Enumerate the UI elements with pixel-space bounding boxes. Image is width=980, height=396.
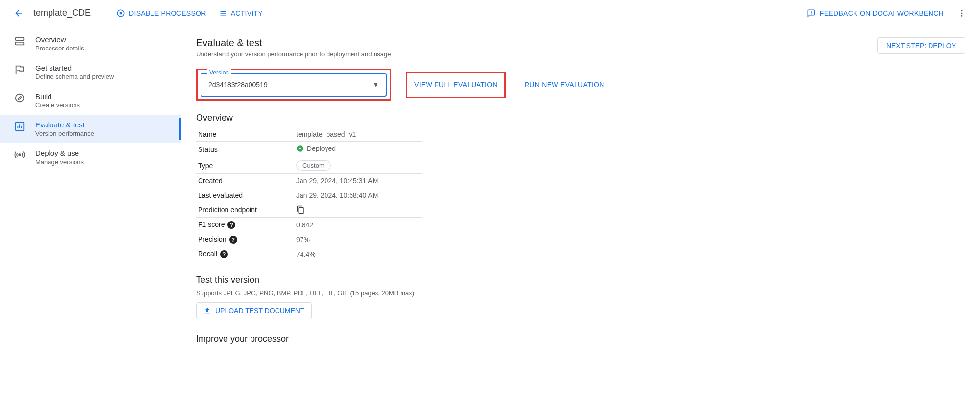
disable-processor-button[interactable]: DISABLE PROCESSOR	[110, 5, 212, 22]
version-highlight: Version 2d34183f28a00519 ▼	[196, 69, 391, 101]
name-label: Name	[196, 127, 294, 142]
check-circle-icon	[296, 145, 304, 152]
page-subtitle: Understand your version performance prio…	[196, 50, 391, 58]
chevron-down-icon: ▼	[372, 81, 379, 89]
broadcast-icon	[14, 149, 25, 161]
sidebar-item-build[interactable]: Build Create versions	[0, 86, 181, 115]
table-row: Prediction endpoint	[196, 202, 422, 218]
sidebar-item-label: Get started	[35, 64, 114, 72]
svg-rect-7	[16, 38, 24, 41]
flag-icon	[14, 64, 25, 75]
sidebar-item-label: Evaluate & test	[35, 121, 94, 129]
endpoint-label: Prediction endpoint	[196, 202, 294, 218]
upload-icon	[203, 307, 211, 315]
feedback-label: FEEDBACK ON DOCAI WORKBENCH	[820, 9, 944, 17]
sidebar-item-sub: Manage versions	[35, 158, 84, 166]
sidebar-item-sub: Version performance	[35, 130, 94, 137]
upload-test-document-button[interactable]: UPLOAD TEST DOCUMENT	[196, 302, 312, 319]
recall-value: 74.4%	[294, 247, 422, 262]
precision-value: 97%	[294, 232, 422, 247]
sidebar-item-evaluate[interactable]: Evaluate & test Version performance	[0, 115, 181, 143]
version-select[interactable]: Version 2d34183f28a00519 ▼	[201, 73, 387, 97]
sidebar-item-label: Deploy & use	[35, 149, 84, 157]
overview-table: Nametemplate_based_v1 StatusDeployed Typ…	[196, 127, 422, 261]
table-row: Last evaluatedJan 29, 2024, 10:58:40 AM	[196, 188, 422, 202]
page-title: Evaluate & test	[196, 37, 391, 49]
processor-name: template_CDE	[33, 8, 91, 18]
table-row: CreatedJan 29, 2024, 10:45:31 AM	[196, 174, 422, 188]
table-row: Recall?74.4%	[196, 247, 422, 262]
view-full-evaluation-button[interactable]: VIEW FULL EVALUATION	[410, 76, 502, 94]
help-icon[interactable]: ?	[229, 236, 237, 244]
copy-icon[interactable]	[296, 205, 420, 214]
table-row: F1 score?0.842	[196, 218, 422, 232]
table-row: TypeCustom	[196, 157, 422, 174]
status-label: Status	[196, 142, 294, 157]
precision-label: Precision	[198, 235, 226, 243]
sidebar-item-label: Overview	[35, 35, 84, 44]
run-new-evaluation-button[interactable]: RUN NEW EVALUATION	[521, 76, 608, 94]
help-icon[interactable]: ?	[220, 250, 228, 258]
more-menu-button[interactable]	[954, 5, 970, 22]
activity-label: ACTIVITY	[231, 9, 263, 17]
view-full-highlight: VIEW FULL EVALUATION	[406, 72, 506, 98]
type-chip: Custom	[296, 160, 331, 171]
improve-heading: Improve your processor	[196, 334, 965, 344]
svg-rect-1	[120, 12, 122, 14]
sidebar-item-sub: Processor details	[35, 45, 84, 52]
created-value: Jan 29, 2024, 10:45:31 AM	[294, 174, 422, 188]
upload-label: UPLOAD TEST DOCUMENT	[215, 307, 304, 315]
sidebar-item-label: Build	[35, 92, 80, 100]
next-step-button[interactable]: NEXT STEP: DEPLOY	[877, 37, 965, 54]
svg-point-5	[961, 12, 963, 14]
f1-label: F1 score	[198, 221, 225, 228]
table-row: Nametemplate_based_v1	[196, 127, 422, 142]
created-label: Created	[196, 174, 294, 188]
feedback-button[interactable]: FEEDBACK ON DOCAI WORKBENCH	[801, 5, 950, 22]
sidebar-item-get-started[interactable]: Get started Define schema and preview	[0, 58, 181, 86]
recall-label: Recall	[198, 250, 217, 258]
status-value: Deployed	[307, 145, 336, 152]
sidebar-item-deploy[interactable]: Deploy & use Manage versions	[0, 143, 181, 172]
version-value: 2d34183f28a00519	[208, 81, 372, 89]
version-field-label: Version	[207, 69, 231, 76]
name-value: template_based_v1	[294, 127, 422, 142]
sidebar-item-sub: Create versions	[35, 101, 80, 109]
sidebar-item-sub: Define schema and preview	[35, 73, 114, 80]
svg-point-4	[961, 10, 963, 11]
last-eval-label: Last evaluated	[196, 188, 294, 202]
test-subtitle: Supports JPEG, JPG, PNG, BMP, PDF, TIFF,…	[196, 289, 965, 297]
main-content: Evaluate & test Understand your version …	[181, 26, 980, 396]
svg-point-3	[811, 14, 811, 14]
chart-icon	[14, 121, 25, 132]
disable-label: DISABLE PROCESSOR	[129, 9, 206, 17]
overview-icon	[14, 35, 25, 47]
type-label: Type	[196, 157, 294, 174]
last-eval-value: Jan 29, 2024, 10:58:40 AM	[294, 188, 422, 202]
help-icon[interactable]: ?	[227, 221, 235, 229]
svg-point-6	[961, 15, 963, 16]
svg-rect-8	[16, 42, 24, 45]
table-row: Precision?97%	[196, 232, 422, 247]
app-header: template_CDE DISABLE PROCESSOR ACTIVITY …	[0, 0, 980, 26]
back-button[interactable]	[10, 4, 27, 22]
svg-point-11	[19, 154, 21, 156]
svg-point-9	[16, 94, 24, 102]
wrench-icon	[14, 92, 25, 104]
test-heading: Test this version	[196, 275, 965, 285]
sidebar: Overview Processor details Get started D…	[0, 26, 181, 396]
sidebar-item-overview[interactable]: Overview Processor details	[0, 29, 181, 58]
activity-button[interactable]: ACTIVITY	[212, 5, 269, 22]
table-row: StatusDeployed	[196, 142, 422, 157]
f1-value: 0.842	[294, 218, 422, 232]
overview-heading: Overview	[196, 113, 965, 123]
